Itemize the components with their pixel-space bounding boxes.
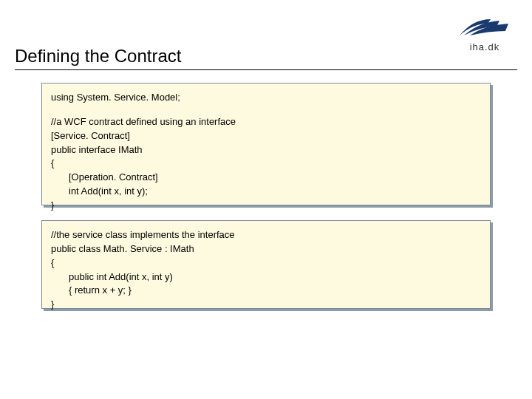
code-line: //a WCF contract defined using an interf…	[51, 115, 481, 129]
code-box-implementation: //the service class implements the inter…	[41, 220, 491, 309]
code-line: using System. Service. Model;	[51, 91, 481, 105]
title-underline	[15, 69, 517, 70]
code-line: public class Math. Service : IMath	[51, 242, 481, 256]
page-title: Defining the Contract	[15, 46, 181, 68]
code-line: [Operation. Contract]	[51, 171, 481, 185]
code-line: int Add(int x, int y);	[51, 185, 481, 199]
logo-text: iha.dk	[470, 41, 500, 52]
code-line: {	[51, 157, 481, 171]
code-box-contract: using System. Service. Model; //a WCF co…	[41, 83, 491, 205]
code-line: public interface IMath	[51, 143, 481, 157]
code-line: {	[51, 256, 481, 270]
logo: iha.dk	[458, 13, 511, 52]
code-line: }	[51, 298, 481, 312]
code-line: //the service class implements the inter…	[51, 228, 481, 242]
code-line: { return x + y; }	[51, 284, 481, 298]
code-line: [Service. Contract]	[51, 129, 481, 143]
code-line: public int Add(int x, int y)	[51, 270, 481, 284]
logo-icon	[458, 13, 511, 40]
code-line: }	[51, 199, 481, 213]
